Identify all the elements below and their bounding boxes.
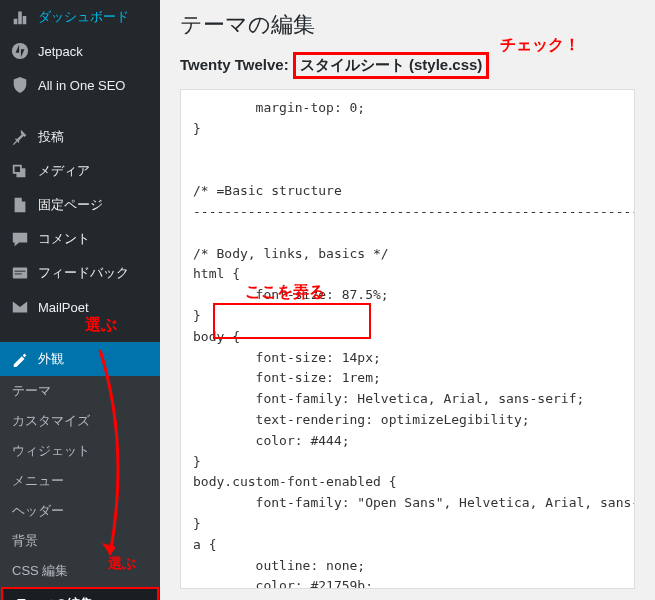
- sidebar-item-label: MailPoet: [38, 300, 89, 315]
- submenu-item-widgets[interactable]: ウィジェット: [0, 436, 160, 466]
- sidebar-item-seo[interactable]: All in One SEO: [0, 68, 160, 102]
- svg-point-0: [12, 43, 28, 59]
- sidebar-item-label: フィードバック: [38, 264, 129, 282]
- submenu-item-theme-editor[interactable]: テーマの編集: [1, 587, 159, 600]
- theme-heading: Twenty Twelve: スタイルシート (style.css): [180, 52, 635, 79]
- jetpack-icon: [10, 41, 30, 61]
- submenu-item-background[interactable]: 背景: [0, 526, 160, 556]
- sidebar-item-label: All in One SEO: [38, 78, 125, 93]
- appearance-icon: [10, 349, 30, 369]
- sidebar-item-label: ダッシュボード: [38, 8, 129, 26]
- sidebar-item-label: コメント: [38, 230, 90, 248]
- main-content: テーマの編集 Twenty Twelve: スタイルシート (style.css…: [160, 0, 655, 600]
- shield-icon: [10, 75, 30, 95]
- submenu-item-header[interactable]: ヘッダー: [0, 496, 160, 526]
- sidebar-item-label: 固定ページ: [38, 196, 103, 214]
- svg-rect-1: [13, 268, 27, 279]
- comment-icon: [10, 229, 30, 249]
- sidebar-item-dashboard[interactable]: ダッシュボード: [0, 0, 160, 34]
- feedback-icon: [10, 263, 30, 283]
- code-editor-textarea[interactable]: margin-top: 0; } /* =Basic structure ---…: [180, 89, 635, 589]
- sidebar-item-posts[interactable]: 投稿: [0, 120, 160, 154]
- sidebar-item-label: 外観: [38, 350, 64, 368]
- file-label: スタイルシート (style.css): [293, 52, 490, 79]
- sidebar-item-pages[interactable]: 固定ページ: [0, 188, 160, 222]
- mail-icon: [10, 297, 30, 317]
- media-icon: [10, 161, 30, 181]
- dashboard-icon: [10, 7, 30, 27]
- sidebar-item-jetpack[interactable]: Jetpack: [0, 34, 160, 68]
- sidebar-item-label: メディア: [38, 162, 90, 180]
- submenu-item-customize[interactable]: カスタマイズ: [0, 406, 160, 436]
- submenu-item-menus[interactable]: メニュー: [0, 466, 160, 496]
- sidebar-item-mailpoet[interactable]: MailPoet: [0, 290, 160, 324]
- page-title: テーマの編集: [180, 10, 635, 40]
- sidebar-item-media[interactable]: メディア: [0, 154, 160, 188]
- sidebar-item-comments[interactable]: コメント: [0, 222, 160, 256]
- sidebar-item-feedback[interactable]: フィードバック: [0, 256, 160, 290]
- theme-name: Twenty Twelve:: [180, 56, 289, 73]
- appearance-submenu: テーマ カスタマイズ ウィジェット メニュー ヘッダー 背景 CSS 編集 テー…: [0, 376, 160, 600]
- sidebar-item-label: Jetpack: [38, 44, 83, 59]
- admin-sidebar: ダッシュボード Jetpack All in One SEO 投稿 メディア 固…: [0, 0, 160, 600]
- sidebar-item-label: 投稿: [38, 128, 64, 146]
- submenu-item-css-edit[interactable]: CSS 編集: [0, 556, 160, 586]
- pin-icon: [10, 127, 30, 147]
- submenu-item-themes[interactable]: テーマ: [0, 376, 160, 406]
- page-icon: [10, 195, 30, 215]
- sidebar-item-appearance[interactable]: 外観: [0, 342, 160, 376]
